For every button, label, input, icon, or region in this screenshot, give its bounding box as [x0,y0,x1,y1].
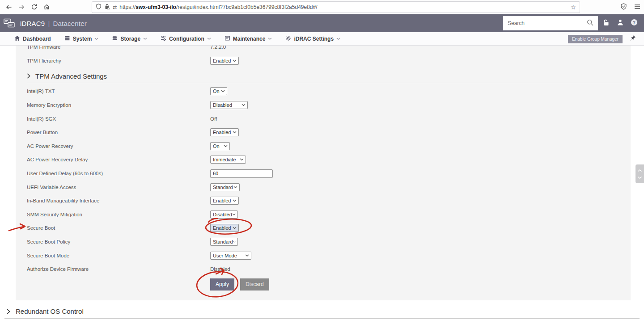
form-row-user-defined-delay-60s-to-600s: User Defined Delay (60s to 600s) [16,167,631,181]
in-band-manageability-interface-label: In-Band Manageability Interface [27,198,210,203]
form-row-ac-power-recovery-delay: AC Power Recovery DelayImmediate [16,153,631,167]
form-row-secure-boot-mode: Secure Boot ModeUser Mode [16,248,631,262]
memory-encryption-label: Memory Encryption [27,102,210,108]
chevron-right-icon [27,73,30,79]
chevron-down-icon [233,59,237,62]
help-icon[interactable]: ? [631,19,638,28]
forward-icon[interactable] [15,2,28,13]
form-row-uefi-variable-access: UEFI Variable AccessStandard [16,180,631,194]
secure-boot-mode-select[interactable]: User Mode [210,252,251,260]
smm-security-mitigation-select[interactable]: Disabled [210,211,238,219]
form-row-smm-security-mitigation: SMM Security MitigationDisabled [16,208,631,222]
secure-boot-policy-select[interactable]: Standard [210,238,238,246]
chevron-down-icon [94,38,98,40]
user-defined-delay-60s-to-600s-input[interactable] [210,169,273,178]
app-header: iDRAC9|Datacenter ? [0,14,644,32]
user-defined-delay-60s-to-600s-label: User Defined Delay (60s to 600s) [27,171,210,176]
pin-icon[interactable] [630,35,636,43]
chevron-down-icon [232,213,236,216]
nav-item-maintenance[interactable]: Maintenance [225,35,272,43]
form-row-secure-boot-policy: Secure Boot PolicyStandard [16,235,631,249]
tpm-hierarchy-select[interactable]: Enabled [210,57,239,65]
user-icon[interactable] [617,19,623,27]
authorize-device-firmware-value: Disabled [210,266,230,272]
back-icon[interactable] [3,2,15,13]
menu-hamburger-icon[interactable] [634,3,640,11]
storage-icon [112,35,118,43]
permissions-icon[interactable]: ⇄ [113,4,117,10]
discard-button[interactable]: Discard [240,278,269,291]
intel-r-sgx-label: Intel(R) SGX [27,116,210,122]
search-box [503,16,598,30]
ac-power-recovery-label: AC Power Recovery [27,143,210,149]
secure-boot-mode-label: Secure Boot Mode [27,253,210,258]
chevron-down-icon [242,104,246,106]
chevron-down-icon [143,38,147,40]
form-row-ac-power-recovery: AC Power RecoveryOn [16,139,631,153]
form-row-tpm-hierarchy: TPM HierarchyEnabled [16,54,631,68]
bookmark-star-icon[interactable]: ☆ [570,4,576,11]
chevron-down-icon [245,254,249,257]
tpm-hierarchy-label: TPM Hierarchy [27,58,210,63]
unlock-icon[interactable] [603,19,610,28]
apply-button[interactable]: Apply [210,278,234,291]
chevron-down-icon [336,38,340,40]
scroll-down-button[interactable] [637,175,643,180]
form-row-in-band-manageability-interface: In-Band Manageability InterfaceEnabled [16,194,631,208]
shield-icon[interactable] [96,3,102,11]
chevron-down-icon [268,38,272,40]
scroll-up-button[interactable] [637,168,643,173]
idrac-logo-icon [4,18,16,29]
bios-settings-panel: TPM Firmware7.2.2.0TPM HierarchyEnabled … [16,46,631,300]
nav-item-idrac-settings[interactable]: iDRAC Settings [285,35,340,43]
memory-encryption-select[interactable]: Disabled [210,101,248,109]
nav-item-configuration[interactable]: Configuration [161,35,211,43]
form-row-power-button: Power ButtonEnabled [16,126,631,139]
chevron-down-icon [233,199,237,202]
tpm-advanced-settings-header[interactable]: TPM Advanced Settings [27,71,631,81]
ac-power-recovery-select[interactable]: On [210,142,230,150]
uefi-variable-access-select[interactable]: Standard [210,183,240,191]
form-row-tpm-firmware: TPM Firmware7.2.2.0 [16,46,631,54]
system-icon [64,35,70,43]
intel-r-txt-label: Intel(R) TXT [27,88,210,94]
in-band-manageability-interface-select[interactable]: Enabled [210,197,239,205]
form-row-intel-r-txt: Intel(R) TXTOn [16,84,631,98]
address-bar[interactable]: ⇄ https://swx-ufm3-03-ilo/restgui/index.… [92,1,580,13]
form-row-memory-encryption: Memory EncryptionDisabled [16,98,631,112]
secure-boot-select[interactable]: Enabled [210,224,239,232]
intel-r-txt-select[interactable]: On [210,87,227,95]
chevron-down-icon [224,145,228,147]
intel-r-sgx-value: Off [210,116,217,122]
browser-toolbar: ⇄ https://swx-ufm3-03-ilo/restgui/index.… [0,0,644,14]
nav-item-system[interactable]: System [64,35,99,43]
chevron-down-icon [233,240,236,243]
power-button-select[interactable]: Enabled [210,128,239,136]
page-title: iDRAC9|Datacenter [20,20,87,27]
form-row-intel-r-sgx: Intel(R) SGXOff [16,112,631,126]
chevron-down-icon [240,158,244,161]
chevron-down-icon [233,227,237,229]
home-icon [14,35,20,43]
maintenance-icon [225,35,230,43]
redundant-os-control-header[interactable]: Redundant OS Control [7,307,84,315]
url-text: https://swx-ufm3-03-ilo/restgui/index.ht… [119,4,568,10]
secure-boot-label: Secure Boot [27,225,210,231]
chevron-down-icon [221,90,225,93]
ac-power-recovery-delay-select[interactable]: Immediate [210,156,246,164]
protections-shield-icon[interactable] [620,3,627,12]
nav-item-dashboard[interactable]: Dashboard [14,35,51,43]
refresh-icon[interactable] [28,2,40,13]
enable-group-manager-button[interactable]: Enable Group Manager [568,35,623,43]
lock-warning-icon[interactable] [104,3,110,11]
configuration-icon [161,35,166,43]
scroll-widget [636,164,644,183]
form-row-authorize-device-firmware: Authorize Device FirmwareDisabled [16,262,631,276]
secure-boot-policy-label: Secure Boot Policy [27,239,210,244]
search-icon[interactable] [587,19,593,28]
search-input[interactable] [508,20,587,26]
nav-item-storage[interactable]: Storage [112,35,147,43]
bottom-divider [4,318,640,319]
smm-security-mitigation-label: SMM Security Mitigation [27,212,210,217]
home-browser-icon[interactable] [40,2,53,13]
